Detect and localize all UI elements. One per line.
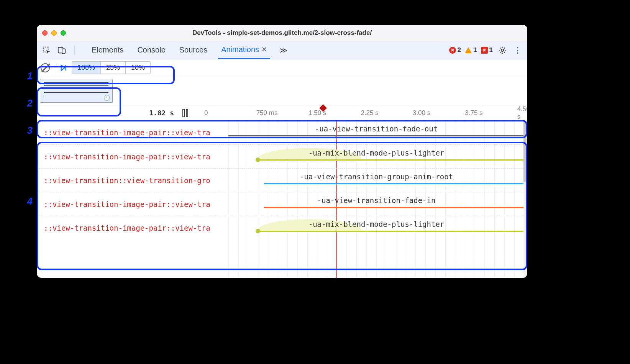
tab-console[interactable]: Console [134,42,168,58]
animation-track: -ua-mix-blend-mode-plus-lighter [228,216,524,239]
more-tabs-icon[interactable]: ≫ [278,46,289,55]
separator [57,63,57,73]
animation-track: -ua-view-transition-fade-in [228,192,524,216]
animation-controls: 100%25%10% [37,59,527,76]
animation-bar[interactable] [258,231,524,232]
tick-label: 0 [204,109,208,117]
clear-all-icon[interactable] [41,63,50,72]
element-name: ::view-transition-image-pair::view-tra [37,200,225,208]
animation-track: -ua-view-transition-group-anim-root [228,169,524,192]
vertical-scrollbar[interactable] [523,121,527,278]
separator [74,45,75,55]
animation-name: -ua-view-transition-fade-in [228,196,524,205]
warning-icon [465,47,472,53]
svg-rect-4 [66,65,66,70]
settings-gear-icon[interactable] [497,44,508,56]
animation-row[interactable]: ::view-transition-image-pair::view-tra-u… [37,216,527,239]
tick-label: 1.50 s [308,109,326,117]
play-next-icon[interactable] [60,64,67,71]
speed-25%[interactable]: 25% [100,62,125,74]
tick-label: 2.25 s [361,109,378,117]
keyframe-dot[interactable] [256,229,260,233]
animation-track: -ua-view-transition-fade-out [228,121,524,144]
animation-bar[interactable] [258,159,524,161]
animation-name: -ua-mix-blend-mode-plus-lighter [228,220,524,228]
tab-elements[interactable]: Elements [89,42,126,58]
window-title: DevTools - simple-set-demos.glitch.me/2-… [37,29,527,37]
tab-animations[interactable]: Animations ✕ [218,41,270,59]
issue-icon: ✕ [481,47,488,54]
close-tab-icon[interactable]: ✕ [261,45,267,54]
error-count[interactable]: ✕ 2 [449,46,461,54]
callout-number: 2 [21,97,33,109]
animation-row[interactable]: ::view-transition-image-pair::view-tra-u… [37,121,527,144]
tick-label: 4.50 s [517,105,527,121]
element-name: ::view-transition::view-transition-gro [37,176,225,185]
callout-number: 4 [21,195,33,207]
current-time: 1.82 s [37,109,182,117]
thumb-lines [44,82,108,96]
error-icon: ✕ [449,47,456,54]
pause-icon[interactable] [182,109,191,117]
animation-name: -ua-view-transition-fade-out [228,125,524,133]
tab-label: Elements [92,46,123,54]
callout-number: 3 [21,125,33,136]
tab-label: Sources [179,46,207,54]
callout-number: 1 [21,70,33,82]
tick-label: 3.75 s [465,109,482,117]
panel-tabs: Elements Console Sources Animations ✕ ≫ [89,41,289,59]
animation-row[interactable]: ::view-transition-image-pair::view-tra-u… [37,144,527,168]
svg-point-3 [501,49,504,51]
tab-label: Animations [221,45,259,54]
animation-group-thumb[interactable]: 🕘 [40,79,113,103]
playback-speed-group: 100%25%10% [72,61,151,74]
devtools-tabbar: Elements Console Sources Animations ✕ ≫ … [37,41,527,59]
time-ticks: 0750 ms1.50 s2.25 s3.00 s3.75 s4.50 s [191,105,527,120]
tab-sources[interactable]: Sources [176,42,210,58]
svg-rect-2 [62,49,65,53]
badge-value: 1 [489,46,493,54]
timeline-scrubber[interactable]: 1.82 s 0750 ms1.50 s2.25 s3.00 s3.75 s4.… [37,105,527,121]
tick-label: 750 ms [256,109,278,117]
speed-100%[interactable]: 100% [72,62,100,74]
element-name: ::view-transition-image-pair::view-tra [37,128,225,137]
titlebar: DevTools - simple-set-demos.glitch.me/2-… [37,25,527,41]
animation-row[interactable]: ::view-transition::view-transition-gro-u… [37,168,527,192]
issues-count[interactable]: ✕ 1 [481,46,493,54]
scrollbar-thumb[interactable] [523,121,527,182]
animation-bar[interactable] [264,183,524,184]
animation-bar[interactable] [264,207,524,208]
devtools-window: DevTools - simple-set-demos.glitch.me/2-… [37,25,527,278]
badge-value: 2 [458,46,461,54]
animation-rows: ::view-transition-image-pair::view-tra-u… [37,121,527,239]
speed-10%[interactable]: 10% [125,62,150,74]
inspect-element-icon[interactable] [41,44,52,56]
animation-row[interactable]: ::view-transition-image-pair::view-tra-u… [37,192,527,216]
tab-label: Console [137,46,165,54]
warning-count[interactable]: 1 [465,46,477,54]
animation-name: -ua-view-transition-group-anim-root [228,172,524,181]
keyframe-dot[interactable] [256,157,260,162]
clock-icon: 🕘 [103,95,110,101]
toolbar-right: ✕ 2 1 ✕ 1 ⋮ [449,44,523,56]
tick-label: 3.00 s [413,109,430,117]
animation-groups-strip: 🕘 [37,76,527,105]
timeline-body: ::view-transition-image-pair::view-tra-u… [37,121,527,278]
animation-track: -ua-mix-blend-mode-plus-lighter [228,145,524,168]
animation-bar[interactable] [228,135,524,136]
animation-name: -ua-mix-blend-mode-plus-lighter [228,149,524,157]
element-name: ::view-transition-image-pair::view-tra [37,224,225,232]
element-name: ::view-transition-image-pair::view-tra [37,152,225,161]
kebab-menu-icon[interactable]: ⋮ [512,44,523,56]
badge-value: 1 [473,46,477,54]
device-toolbar-icon[interactable] [56,44,67,56]
